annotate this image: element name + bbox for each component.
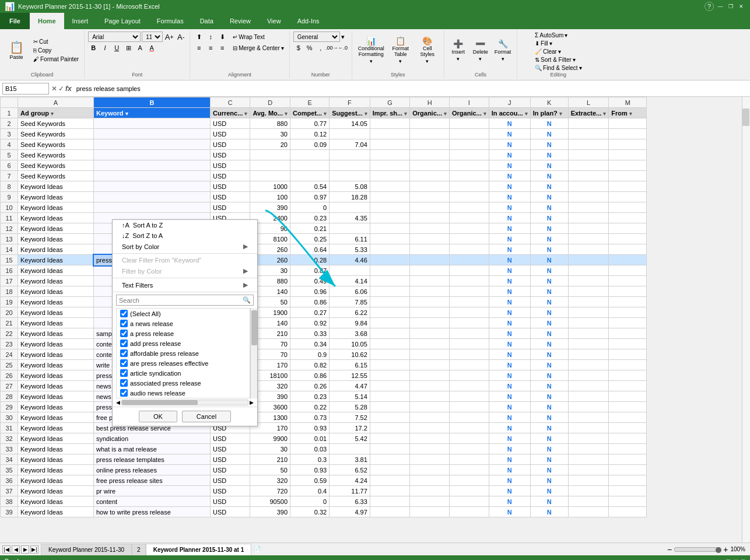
font-color-button[interactable]: A xyxy=(146,43,157,53)
cell-e[interactable] xyxy=(290,150,330,160)
header-competition[interactable]: Compet... ▾ xyxy=(290,108,330,118)
filter-ok-button[interactable]: OK xyxy=(139,411,177,422)
cell-l[interactable] xyxy=(568,181,609,192)
cell-j[interactable]: N xyxy=(489,202,530,213)
cell-h[interactable] xyxy=(410,118,450,129)
align-left-button[interactable]: ≡ xyxy=(194,43,204,53)
cell-l[interactable] xyxy=(568,307,609,318)
cell-e[interactable]: 0.97 xyxy=(290,192,330,202)
cell-g[interactable] xyxy=(370,349,409,360)
cell-h[interactable] xyxy=(410,192,450,202)
cell-h[interactable] xyxy=(410,297,450,307)
cell-f[interactable]: 4.35 xyxy=(330,213,370,223)
tab-insert[interactable]: Insert xyxy=(64,13,97,29)
filter-checkbox-8[interactable] xyxy=(120,389,128,397)
cell-l[interactable] xyxy=(568,244,609,255)
cell-a[interactable]: Keyword Ideas xyxy=(18,349,94,360)
cell-d[interactable]: 720 xyxy=(250,486,290,496)
cell-l[interactable] xyxy=(568,150,609,160)
cell-c[interactable]: USD xyxy=(211,192,250,202)
cut-button[interactable]: ✂ Cut xyxy=(31,38,80,46)
fill-color-button[interactable]: A xyxy=(135,43,145,53)
col-header-g[interactable]: G xyxy=(370,97,409,108)
cell-l[interactable] xyxy=(568,339,609,349)
cell-b[interactable] xyxy=(94,192,211,202)
cell-b[interactable] xyxy=(94,160,211,171)
cell-i[interactable] xyxy=(450,465,489,475)
cell-i[interactable] xyxy=(450,475,489,486)
cell-h[interactable] xyxy=(410,255,450,265)
cell-e[interactable]: 0.12 xyxy=(290,129,330,139)
cell-j[interactable]: N xyxy=(489,475,530,486)
cell-b[interactable] xyxy=(94,171,211,181)
comma-button[interactable]: , xyxy=(316,43,326,53)
filter-scrollbar-thumb[interactable] xyxy=(251,310,257,345)
cell-g[interactable] xyxy=(370,507,409,517)
merge-center-button[interactable]: ⊟ Merge & Center ▾ xyxy=(231,44,286,52)
cell-a[interactable]: Keyword Ideas xyxy=(18,433,94,444)
cell-i[interactable] xyxy=(450,360,489,370)
cell-h[interactable] xyxy=(410,486,450,496)
cell-h[interactable] xyxy=(410,507,450,517)
cell-k[interactable]: N xyxy=(530,118,568,129)
cell-g[interactable] xyxy=(370,139,409,150)
cell-i[interactable] xyxy=(450,307,489,318)
filter-checkbox-7[interactable] xyxy=(120,379,128,387)
filter-checkbox-4[interactable] xyxy=(120,349,128,357)
cell-k[interactable]: N xyxy=(530,160,568,171)
cell-j[interactable]: N xyxy=(489,129,530,139)
cell-l[interactable] xyxy=(568,475,609,486)
cell-f[interactable]: 6.11 xyxy=(330,234,370,244)
cell-c[interactable]: USD xyxy=(211,496,250,507)
cell-k[interactable]: N xyxy=(530,444,568,454)
bold-button[interactable]: B xyxy=(88,43,99,53)
cell-b[interactable] xyxy=(94,202,211,213)
cell-c[interactable]: USD xyxy=(211,202,250,213)
cell-g[interactable] xyxy=(370,234,409,244)
cell-m[interactable] xyxy=(609,339,647,349)
cell-i[interactable] xyxy=(450,402,489,412)
cell-h[interactable] xyxy=(410,465,450,475)
cell-l[interactable] xyxy=(568,454,609,465)
increase-decimal-button[interactable]: .00→ xyxy=(327,43,337,53)
col-header-a[interactable]: A xyxy=(18,97,94,108)
cell-b[interactable]: free press release sites xyxy=(94,475,211,486)
cell-g[interactable] xyxy=(370,181,409,192)
cell-styles-button[interactable]: 🎨 CellStyles ▾ xyxy=(415,36,440,66)
cell-a[interactable]: Keyword Ideas xyxy=(18,370,94,381)
cell-j[interactable]: N xyxy=(489,402,530,412)
cell-c[interactable]: USD xyxy=(211,454,250,465)
cell-b[interactable] xyxy=(94,139,211,150)
cell-f[interactable]: 5.28 xyxy=(330,402,370,412)
cell-e[interactable] xyxy=(290,171,330,181)
cell-m[interactable] xyxy=(609,349,647,360)
cell-ref-input[interactable] xyxy=(2,83,49,94)
cell-f[interactable]: 17.2 xyxy=(330,423,370,433)
cell-i[interactable] xyxy=(450,328,489,339)
cell-k[interactable]: N xyxy=(530,402,568,412)
filter-item-1[interactable]: a news release xyxy=(117,318,250,328)
col-header-l[interactable]: L xyxy=(568,97,609,108)
number-format-select[interactable]: General xyxy=(293,32,340,42)
cell-e[interactable]: 0.26 xyxy=(290,381,330,391)
cell-k[interactable]: N xyxy=(530,255,568,265)
cell-i[interactable] xyxy=(450,181,489,192)
cell-m[interactable] xyxy=(609,433,647,444)
cell-i[interactable] xyxy=(450,286,489,297)
cell-h[interactable] xyxy=(410,496,450,507)
cell-j[interactable]: N xyxy=(489,118,530,129)
cell-g[interactable] xyxy=(370,213,409,223)
layout-preview-icon[interactable]: ⊞ xyxy=(741,558,745,561)
cell-m[interactable] xyxy=(609,475,647,486)
cell-g[interactable] xyxy=(370,286,409,297)
cell-f[interactable]: 6.52 xyxy=(330,465,370,475)
cell-h[interactable] xyxy=(410,244,450,255)
sheet-tab-2[interactable]: 2 xyxy=(132,544,146,555)
cell-e[interactable]: 0.87 xyxy=(290,265,330,276)
cell-d[interactable]: 210 xyxy=(250,454,290,465)
cell-e[interactable]: 0 xyxy=(290,496,330,507)
cell-i[interactable] xyxy=(450,318,489,328)
font-size-select[interactable]: 11 xyxy=(142,32,163,42)
align-right-button[interactable]: ≡ xyxy=(217,43,227,53)
cell-a[interactable]: Seed Keywords xyxy=(18,129,94,139)
